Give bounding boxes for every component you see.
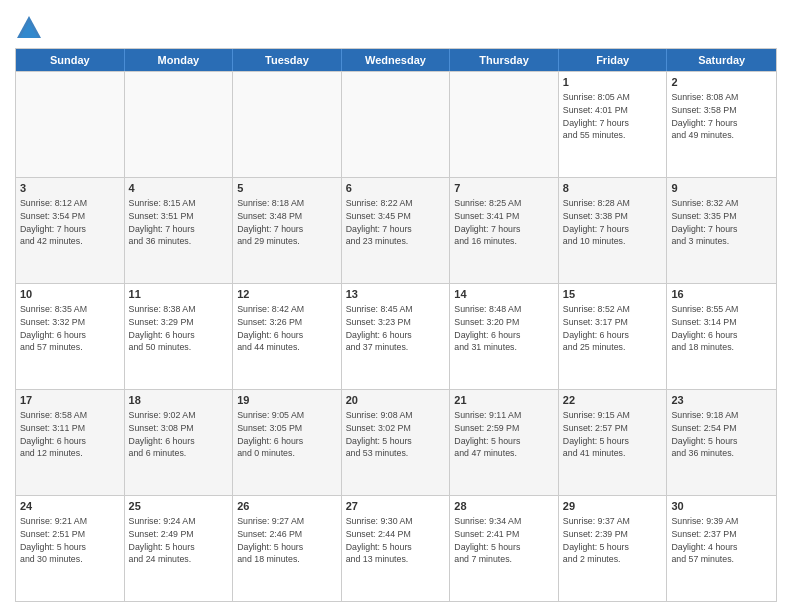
day-number: 16 — [671, 287, 772, 302]
day-number: 25 — [129, 499, 229, 514]
day-number: 18 — [129, 393, 229, 408]
empty-cell — [233, 72, 342, 177]
day-info: Sunrise: 8:12 AM Sunset: 3:54 PM Dayligh… — [20, 198, 87, 247]
empty-cell — [125, 72, 234, 177]
day-info: Sunrise: 9:34 AM Sunset: 2:41 PM Dayligh… — [454, 516, 521, 565]
calendar-body: 1Sunrise: 8:05 AM Sunset: 4:01 PM Daylig… — [16, 71, 776, 601]
header-day-sunday: Sunday — [16, 49, 125, 71]
day-info: Sunrise: 9:27 AM Sunset: 2:46 PM Dayligh… — [237, 516, 304, 565]
day-info: Sunrise: 8:15 AM Sunset: 3:51 PM Dayligh… — [129, 198, 196, 247]
logo — [15, 14, 47, 42]
day-info: Sunrise: 8:52 AM Sunset: 3:17 PM Dayligh… — [563, 304, 630, 353]
page: SundayMondayTuesdayWednesdayThursdayFrid… — [0, 0, 792, 612]
day-cell-15: 15Sunrise: 8:52 AM Sunset: 3:17 PM Dayli… — [559, 284, 668, 389]
day-info: Sunrise: 8:35 AM Sunset: 3:32 PM Dayligh… — [20, 304, 87, 353]
day-info: Sunrise: 8:55 AM Sunset: 3:14 PM Dayligh… — [671, 304, 738, 353]
day-info: Sunrise: 8:05 AM Sunset: 4:01 PM Dayligh… — [563, 92, 630, 141]
day-cell-25: 25Sunrise: 9:24 AM Sunset: 2:49 PM Dayli… — [125, 496, 234, 601]
day-number: 23 — [671, 393, 772, 408]
day-info: Sunrise: 9:30 AM Sunset: 2:44 PM Dayligh… — [346, 516, 413, 565]
day-number: 15 — [563, 287, 663, 302]
header-day-friday: Friday — [559, 49, 668, 71]
day-number: 11 — [129, 287, 229, 302]
day-number: 24 — [20, 499, 120, 514]
logo-icon — [15, 14, 43, 42]
day-cell-14: 14Sunrise: 8:48 AM Sunset: 3:20 PM Dayli… — [450, 284, 559, 389]
day-cell-4: 4Sunrise: 8:15 AM Sunset: 3:51 PM Daylig… — [125, 178, 234, 283]
day-number: 13 — [346, 287, 446, 302]
day-cell-8: 8Sunrise: 8:28 AM Sunset: 3:38 PM Daylig… — [559, 178, 668, 283]
day-number: 27 — [346, 499, 446, 514]
day-number: 1 — [563, 75, 663, 90]
day-info: Sunrise: 8:25 AM Sunset: 3:41 PM Dayligh… — [454, 198, 521, 247]
day-cell-20: 20Sunrise: 9:08 AM Sunset: 3:02 PM Dayli… — [342, 390, 451, 495]
day-number: 26 — [237, 499, 337, 514]
day-number: 6 — [346, 181, 446, 196]
empty-cell — [342, 72, 451, 177]
week-row-2: 3Sunrise: 8:12 AM Sunset: 3:54 PM Daylig… — [16, 177, 776, 283]
day-number: 7 — [454, 181, 554, 196]
day-cell-3: 3Sunrise: 8:12 AM Sunset: 3:54 PM Daylig… — [16, 178, 125, 283]
day-number: 2 — [671, 75, 772, 90]
week-row-5: 24Sunrise: 9:21 AM Sunset: 2:51 PM Dayli… — [16, 495, 776, 601]
day-cell-2: 2Sunrise: 8:08 AM Sunset: 3:58 PM Daylig… — [667, 72, 776, 177]
empty-cell — [450, 72, 559, 177]
day-info: Sunrise: 8:18 AM Sunset: 3:48 PM Dayligh… — [237, 198, 304, 247]
day-number: 20 — [346, 393, 446, 408]
day-number: 19 — [237, 393, 337, 408]
day-number: 12 — [237, 287, 337, 302]
day-info: Sunrise: 8:45 AM Sunset: 3:23 PM Dayligh… — [346, 304, 413, 353]
day-cell-6: 6Sunrise: 8:22 AM Sunset: 3:45 PM Daylig… — [342, 178, 451, 283]
day-info: Sunrise: 9:15 AM Sunset: 2:57 PM Dayligh… — [563, 410, 630, 459]
calendar: SundayMondayTuesdayWednesdayThursdayFrid… — [15, 48, 777, 602]
day-info: Sunrise: 9:08 AM Sunset: 3:02 PM Dayligh… — [346, 410, 413, 459]
day-info: Sunrise: 9:37 AM Sunset: 2:39 PM Dayligh… — [563, 516, 630, 565]
day-info: Sunrise: 8:28 AM Sunset: 3:38 PM Dayligh… — [563, 198, 630, 247]
day-number: 10 — [20, 287, 120, 302]
header-day-tuesday: Tuesday — [233, 49, 342, 71]
day-cell-1: 1Sunrise: 8:05 AM Sunset: 4:01 PM Daylig… — [559, 72, 668, 177]
day-cell-21: 21Sunrise: 9:11 AM Sunset: 2:59 PM Dayli… — [450, 390, 559, 495]
day-cell-16: 16Sunrise: 8:55 AM Sunset: 3:14 PM Dayli… — [667, 284, 776, 389]
day-cell-13: 13Sunrise: 8:45 AM Sunset: 3:23 PM Dayli… — [342, 284, 451, 389]
week-row-3: 10Sunrise: 8:35 AM Sunset: 3:32 PM Dayli… — [16, 283, 776, 389]
day-info: Sunrise: 9:39 AM Sunset: 2:37 PM Dayligh… — [671, 516, 738, 565]
day-cell-17: 17Sunrise: 8:58 AM Sunset: 3:11 PM Dayli… — [16, 390, 125, 495]
header-day-saturday: Saturday — [667, 49, 776, 71]
day-number: 9 — [671, 181, 772, 196]
day-cell-27: 27Sunrise: 9:30 AM Sunset: 2:44 PM Dayli… — [342, 496, 451, 601]
day-number: 3 — [20, 181, 120, 196]
day-info: Sunrise: 9:18 AM Sunset: 2:54 PM Dayligh… — [671, 410, 738, 459]
day-number: 28 — [454, 499, 554, 514]
day-cell-28: 28Sunrise: 9:34 AM Sunset: 2:41 PM Dayli… — [450, 496, 559, 601]
day-cell-30: 30Sunrise: 9:39 AM Sunset: 2:37 PM Dayli… — [667, 496, 776, 601]
day-info: Sunrise: 8:58 AM Sunset: 3:11 PM Dayligh… — [20, 410, 87, 459]
day-cell-23: 23Sunrise: 9:18 AM Sunset: 2:54 PM Dayli… — [667, 390, 776, 495]
day-cell-7: 7Sunrise: 8:25 AM Sunset: 3:41 PM Daylig… — [450, 178, 559, 283]
day-number: 14 — [454, 287, 554, 302]
day-cell-24: 24Sunrise: 9:21 AM Sunset: 2:51 PM Dayli… — [16, 496, 125, 601]
day-cell-26: 26Sunrise: 9:27 AM Sunset: 2:46 PM Dayli… — [233, 496, 342, 601]
day-info: Sunrise: 8:08 AM Sunset: 3:58 PM Dayligh… — [671, 92, 738, 141]
day-cell-10: 10Sunrise: 8:35 AM Sunset: 3:32 PM Dayli… — [16, 284, 125, 389]
day-info: Sunrise: 8:48 AM Sunset: 3:20 PM Dayligh… — [454, 304, 521, 353]
day-info: Sunrise: 9:24 AM Sunset: 2:49 PM Dayligh… — [129, 516, 196, 565]
day-info: Sunrise: 8:38 AM Sunset: 3:29 PM Dayligh… — [129, 304, 196, 353]
week-row-1: 1Sunrise: 8:05 AM Sunset: 4:01 PM Daylig… — [16, 71, 776, 177]
day-cell-19: 19Sunrise: 9:05 AM Sunset: 3:05 PM Dayli… — [233, 390, 342, 495]
day-cell-22: 22Sunrise: 9:15 AM Sunset: 2:57 PM Dayli… — [559, 390, 668, 495]
day-cell-5: 5Sunrise: 8:18 AM Sunset: 3:48 PM Daylig… — [233, 178, 342, 283]
empty-cell — [16, 72, 125, 177]
day-cell-18: 18Sunrise: 9:02 AM Sunset: 3:08 PM Dayli… — [125, 390, 234, 495]
day-number: 17 — [20, 393, 120, 408]
day-info: Sunrise: 8:42 AM Sunset: 3:26 PM Dayligh… — [237, 304, 304, 353]
day-number: 29 — [563, 499, 663, 514]
day-info: Sunrise: 8:32 AM Sunset: 3:35 PM Dayligh… — [671, 198, 738, 247]
day-info: Sunrise: 9:05 AM Sunset: 3:05 PM Dayligh… — [237, 410, 304, 459]
day-number: 4 — [129, 181, 229, 196]
header-day-monday: Monday — [125, 49, 234, 71]
day-cell-9: 9Sunrise: 8:32 AM Sunset: 3:35 PM Daylig… — [667, 178, 776, 283]
day-info: Sunrise: 9:21 AM Sunset: 2:51 PM Dayligh… — [20, 516, 87, 565]
day-number: 5 — [237, 181, 337, 196]
day-cell-11: 11Sunrise: 8:38 AM Sunset: 3:29 PM Dayli… — [125, 284, 234, 389]
